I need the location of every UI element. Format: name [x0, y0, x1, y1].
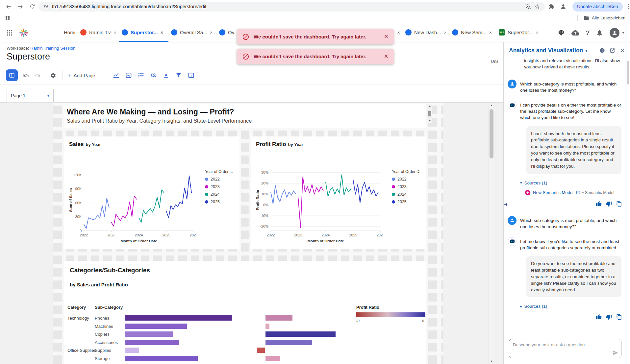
tableau-tab-superstor[interactable]: XLSSuperstor...× [496, 23, 547, 42]
tab-close-icon[interactable]: × [489, 30, 492, 35]
external-link-icon[interactable] [576, 190, 580, 195]
toast-close-icon[interactable]: ✕ [384, 33, 389, 40]
sources-toggle[interactable]: ▸Sources (1) [520, 304, 630, 309]
tableau-tab-ramin-trai[interactable]: Ramin Trai...× [78, 23, 119, 42]
profit-ratio-bar[interactable] [265, 315, 292, 321]
tableau-tab-overall-sa[interactable]: Overall Sa...× [168, 23, 216, 42]
thumbs-down-icon[interactable] [606, 314, 612, 320]
profit-ratio-bar[interactable] [265, 340, 312, 345]
translate-icon[interactable] [525, 4, 531, 10]
help-icon[interactable]: ? [586, 29, 590, 36]
image-icon[interactable] [124, 70, 134, 80]
sales-bar[interactable] [125, 315, 232, 321]
profit-ratio-bar[interactable] [265, 331, 336, 337]
panel-scrollbar-thumb[interactable] [627, 61, 629, 85]
thumbs-up-icon[interactable] [596, 314, 602, 320]
add-page-button[interactable]: +Add Page [67, 72, 95, 79]
legend-item[interactable]: 2025 [392, 200, 425, 204]
source-link[interactable]: New Semantic Model [533, 190, 573, 195]
scroll-up-icon[interactable]: ▲ [429, 105, 431, 108]
sales-bar[interactable] [125, 340, 179, 345]
list-icon[interactable] [136, 70, 146, 80]
bookmark-star-icon[interactable] [534, 4, 540, 10]
notifications-bell-icon[interactable] [596, 29, 603, 36]
sales-bar[interactable] [125, 324, 187, 329]
user-avatar[interactable] [610, 28, 619, 38]
bookmark-apps-icon[interactable] [5, 15, 11, 21]
tableau-tab-superstor[interactable]: Superstor...× [119, 23, 168, 42]
scroll-down-icon[interactable]: ▼ [429, 119, 431, 123]
profile-icon[interactable] [558, 1, 568, 12]
undo-button[interactable] [21, 70, 31, 80]
tab-close-icon[interactable]: × [444, 30, 447, 35]
legend-item[interactable]: 2024 [205, 192, 238, 197]
zone-scrollbar[interactable]: ▲ ▼ [427, 104, 432, 123]
avatar-chevron-icon[interactable]: ▾ [622, 31, 624, 35]
tableau-tab-home[interactable]: Home [61, 23, 78, 42]
legend-item[interactable]: 2023 [392, 184, 425, 189]
thumbs-up-icon[interactable] [596, 201, 602, 207]
chart-icon[interactable] [111, 70, 121, 80]
profit-ratio-bar[interactable] [257, 348, 265, 353]
forward-button[interactable] [15, 1, 26, 12]
chevron-down-icon[interactable]: ▾ [520, 181, 522, 185]
workspace-link[interactable]: Ramin Training Session [30, 46, 75, 51]
legend-item[interactable]: 2022 [205, 177, 238, 182]
shapes-icon[interactable] [149, 70, 159, 80]
scrollbar-up-icon[interactable]: ▲ [489, 104, 494, 107]
all-bookmarks-label[interactable]: Alle Lesezeichen [592, 15, 625, 20]
tab-close-icon[interactable]: × [536, 30, 539, 35]
app-launcher-icon[interactable] [6, 29, 13, 36]
sales-bar[interactable] [125, 348, 139, 353]
scrollbar-down-icon[interactable]: ▼ [489, 360, 494, 363]
chevron-right-icon[interactable]: ▸ [520, 304, 522, 308]
copy-icon[interactable] [616, 201, 622, 207]
filter-icon[interactable] [174, 70, 184, 80]
panel-collapse-icon[interactable]: ◀ [504, 202, 507, 206]
sales-bar[interactable] [125, 331, 173, 337]
panel-title-chevron-icon[interactable]: ▾ [585, 48, 587, 53]
text-icon[interactable]: A [161, 70, 171, 80]
info-icon[interactable] [599, 48, 605, 53]
copy-icon[interactable] [616, 314, 622, 320]
toast-close-icon-2[interactable]: ✕ [384, 53, 389, 60]
profit-ratio-bar[interactable] [265, 356, 280, 361]
page-tab[interactable]: Page 1 ▾ [7, 89, 54, 102]
canvas-scrollbar[interactable]: ▲ ▼ [489, 103, 494, 364]
redo-button[interactable] [32, 70, 42, 80]
layout-panel-button[interactable] [6, 69, 18, 81]
tab-close-icon[interactable]: × [113, 30, 116, 35]
thumbs-down-icon[interactable] [606, 201, 612, 207]
settings-gear-icon[interactable] [48, 70, 58, 80]
extensions-icon[interactable] [546, 1, 557, 12]
legend-item[interactable]: 2025 [205, 200, 238, 204]
chrome-update-button[interactable]: Update abschließen [572, 2, 623, 12]
scrollbar-thumb[interactable] [490, 109, 493, 158]
site-info-icon[interactable] [43, 4, 49, 9]
sources-toggle[interactable]: ▾Sources (1) [520, 181, 630, 185]
profit-ratio-bar[interactable] [265, 324, 269, 329]
browser-menu-icon[interactable]: ⋮ [624, 3, 630, 10]
chat-input[interactable] [509, 339, 621, 358]
tab-close-icon[interactable]: × [397, 30, 400, 35]
chat-input-box[interactable] [509, 339, 621, 358]
reload-button[interactable] [27, 1, 38, 12]
legend-item[interactable]: 2024 [392, 192, 425, 197]
chevron-down-icon[interactable]: ▾ [47, 93, 49, 98]
send-icon[interactable] [613, 350, 618, 356]
tableau-tab-new-dash[interactable]: New Dash...× [403, 23, 449, 42]
layout-grid-icon[interactable] [186, 70, 196, 80]
panel-title[interactable]: Analytics and Visualization [509, 47, 583, 54]
url-bar[interactable]: th1759133505483.lightning.force.com/tabl… [39, 2, 545, 12]
legend-item[interactable]: 2022 [392, 177, 425, 182]
legend-item[interactable]: 2023 [205, 184, 238, 189]
tab-close-icon[interactable]: × [210, 30, 213, 35]
close-icon[interactable] [620, 48, 625, 53]
sales-bar[interactable] [125, 356, 198, 361]
tab-close-icon[interactable]: × [161, 30, 164, 35]
assistant-mask-icon[interactable] [558, 29, 565, 36]
back-button[interactable] [3, 1, 14, 12]
scroll-thumb[interactable] [428, 111, 431, 116]
upload-cloud-icon[interactable] [571, 29, 579, 37]
expand-icon[interactable] [610, 48, 615, 53]
